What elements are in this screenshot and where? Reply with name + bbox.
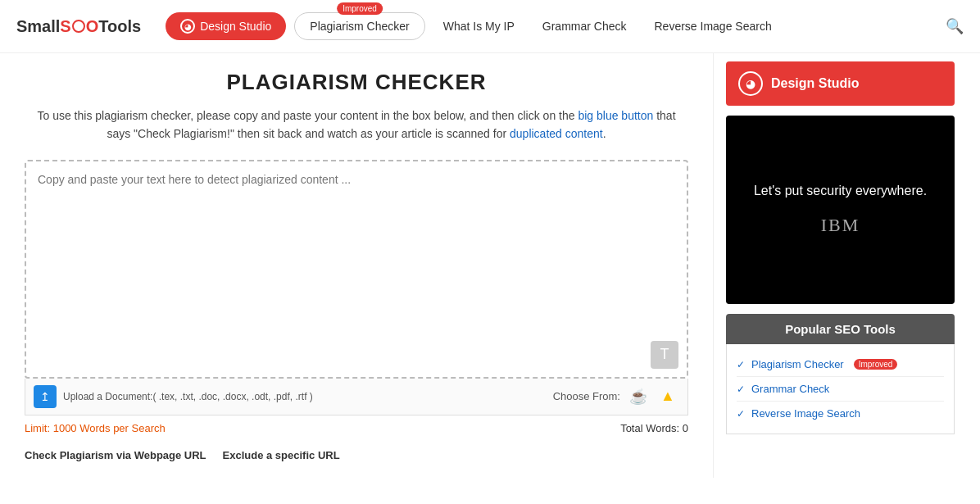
plagiarism-checker-label: Plagiarism Checker: [310, 20, 409, 33]
reverse-image-search-nav-button[interactable]: Reverse Image Search: [644, 13, 781, 39]
exclude-url-label: Exclude a specific URL: [223, 449, 340, 461]
reverse-image-search-tool-link[interactable]: Reverse Image Search: [751, 407, 860, 420]
choose-from-section: Choose From: ☕ ▲: [553, 385, 679, 408]
sidebar-ad-logo: IBM: [821, 215, 860, 236]
list-item: ✓ Grammar Check: [737, 377, 944, 402]
design-studio-button[interactable]: ◕ Design Studio: [166, 12, 286, 40]
popular-tools-header: Popular SEO Tools: [726, 314, 955, 344]
what-is-my-ip-nav-button[interactable]: What Is My IP: [433, 13, 524, 39]
toolbar: ↥ Upload a Document:( .tex, .txt, .doc, …: [25, 379, 688, 415]
what-is-my-ip-label: What Is My IP: [443, 20, 515, 33]
list-item: ✓ Plagiarism Checker Improved: [737, 352, 944, 377]
checkmark-icon: ✓: [737, 359, 745, 370]
page-title: PLAGIARISM CHECKER: [25, 70, 688, 95]
google-drive-icon[interactable]: ▲: [656, 385, 679, 408]
description-text: To use this plagiarism checker, please c…: [37, 109, 675, 140]
improved-badge-small: Improved: [854, 359, 898, 370]
bottom-row: Check Plagiarism via Webpage URL Exclude…: [25, 449, 688, 461]
logo-small: Small: [16, 17, 60, 35]
dropbox-icon[interactable]: ☕: [627, 385, 650, 408]
grammar-check-label: Grammar Check: [542, 20, 627, 33]
big-blue-button-link[interactable]: big blue button: [578, 109, 653, 122]
design-studio-label: Design Studio: [200, 20, 271, 33]
checkmark-icon: ✓: [737, 408, 745, 420]
logo: SmallSOTools: [16, 17, 141, 36]
plagiarism-checker-tool-link[interactable]: Plagiarism Checker: [751, 358, 844, 370]
choose-from-label: Choose From:: [553, 390, 620, 402]
popular-tools-section: Popular SEO Tools ✓ Plagiarism Checker I…: [726, 314, 955, 434]
search-icon-button[interactable]: 🔍: [946, 17, 964, 35]
main-content: PLAGIARISM CHECKER To use this plagiaris…: [0, 53, 713, 478]
plagiarism-textarea[interactable]: [26, 161, 687, 375]
check-via-url-label: Check Plagiarism via Webpage URL: [25, 449, 206, 461]
grammar-check-nav-button[interactable]: Grammar Check: [533, 13, 637, 39]
text-area-wrapper: T: [25, 160, 688, 379]
duplicated-content-link[interactable]: duplicated content: [510, 127, 603, 140]
logo-seo: SO: [60, 17, 98, 35]
upload-section: ↥ Upload a Document:( .tex, .txt, .doc, …: [34, 385, 313, 408]
layout: PLAGIARISM CHECKER To use this plagiaris…: [0, 53, 980, 478]
sidebar-ad: Let's put security everywhere. IBM: [726, 116, 955, 304]
nav: ◕ Design Studio Improved Plagiarism Chec…: [166, 12, 964, 40]
plagiarism-checker-nav-button[interactable]: Plagiarism Checker: [294, 12, 424, 40]
total-words-label: Total Words: 0: [620, 422, 688, 434]
sidebar-ds-icon: ◕: [738, 71, 763, 96]
info-bar: Limit: 1000 Words per Search Total Words…: [25, 415, 688, 441]
sidebar-ad-text: Let's put security everywhere.: [754, 184, 927, 198]
sidebar-design-studio-title: Design Studio: [771, 76, 860, 91]
upload-label: Upload a Document:( .tex, .txt, .doc, .d…: [63, 391, 313, 402]
header: SmallSOTools ◕ Design Studio Improved Pl…: [0, 0, 980, 53]
popular-tools-list: ✓ Plagiarism Checker Improved ✓ Grammar …: [726, 344, 955, 434]
sidebar: ◕ Design Studio Let's put security every…: [713, 53, 967, 478]
grammar-check-tool-link[interactable]: Grammar Check: [751, 383, 829, 395]
checkmark-icon: ✓: [737, 384, 745, 395]
list-item: ✓ Reverse Image Search: [737, 402, 944, 425]
sidebar-design-studio[interactable]: ◕ Design Studio: [726, 61, 955, 106]
plagiarism-checker-nav-wrap: Improved Plagiarism Checker: [294, 12, 424, 40]
text-format-icon[interactable]: T: [651, 341, 678, 369]
reverse-image-search-label: Reverse Image Search: [654, 20, 771, 33]
limit-label: Limit: 1000 Words per Search: [25, 422, 166, 434]
improved-badge: Improved: [337, 2, 383, 15]
design-studio-icon: ◕: [180, 19, 195, 34]
logo-tools: Tools: [98, 17, 141, 35]
upload-icon: ↥: [34, 385, 57, 408]
page-description: To use this plagiarism checker, please c…: [25, 107, 688, 143]
search-icon: 🔍: [946, 18, 964, 34]
